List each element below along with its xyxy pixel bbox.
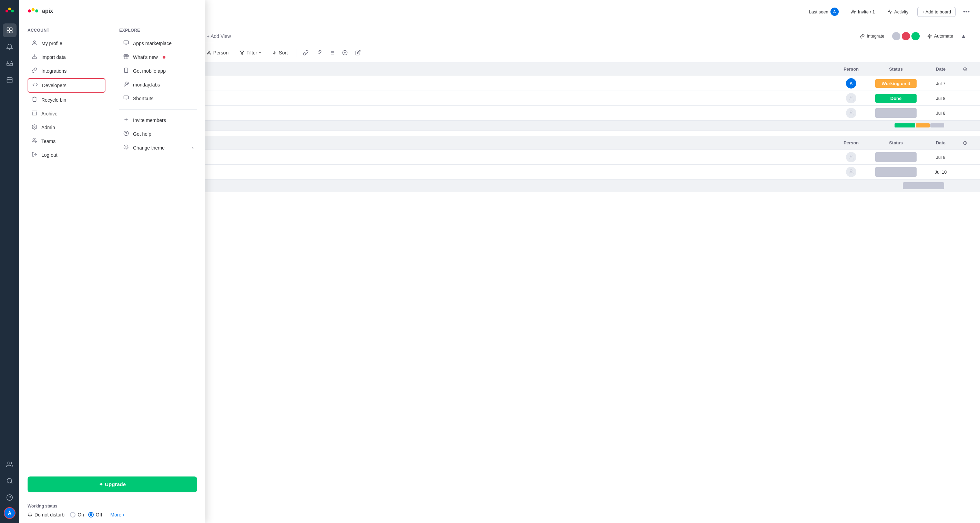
avatar-filter-1[interactable] [892,32,900,40]
row-person-1-1[interactable] [834,167,869,177]
menu-item-recycle-bin[interactable]: Recycle bin [27,93,105,107]
row-name-0-2[interactable]: ⊕ [138,108,834,118]
col-status-header: Status [869,63,923,75]
row-name-1-1[interactable]: ⊕ [138,167,834,177]
status-badge-empty[interactable] [875,152,916,162]
people-nav-icon[interactable] [3,458,16,471]
menu-item-change-theme[interactable]: Change theme › [119,141,197,154]
user-menu-icon [31,40,38,47]
status-badge-empty[interactable] [875,167,916,177]
row-date-0-2[interactable]: Jul 8 [923,111,958,116]
avatar-filter-2[interactable] [902,32,910,40]
menu-item-monday-labs[interactable]: monday.labs [119,78,197,91]
svg-point-23 [852,10,854,12]
status-badge[interactable]: Done [875,94,916,103]
row-date-1-0[interactable]: Jul 8 [923,155,958,160]
svg-rect-66 [124,96,128,99]
teams-menu-icon [31,138,38,145]
filter-toolbar-button[interactable]: Filter ▾ [235,48,265,58]
home-nav-icon[interactable] [3,24,16,37]
menu-item-developers[interactable]: Developers [27,78,105,93]
col-add-header[interactable]: ⊕ [958,62,972,76]
row-height-icon[interactable] [327,48,337,58]
menu-item-import-data[interactable]: Import data [27,51,105,64]
svg-point-15 [7,495,13,501]
radio-off[interactable]: Off [88,512,102,518]
activity-action[interactable]: Activity [884,7,912,16]
row-name-0-1[interactable]: ⊕ [138,93,834,103]
svg-rect-8 [7,78,13,83]
integrate-button[interactable]: Integrate [856,31,888,41]
sort-toolbar-button[interactable]: Sort [268,48,292,58]
invite-action[interactable]: Invite / 1 [848,7,878,16]
person-toolbar-button[interactable]: Person [202,48,232,58]
svg-point-52 [33,41,35,42]
bell-nav-icon[interactable] [3,40,16,54]
row-person-0-2[interactable] [834,108,869,118]
menu-item-archive[interactable]: Archive [27,107,105,120]
svg-point-49 [28,9,31,13]
row-status-1-1[interactable] [869,167,923,177]
more-link[interactable]: More › [110,512,124,518]
add-to-board-button[interactable]: + Add to board [917,7,956,17]
automate-button[interactable]: Automate [924,31,957,41]
calendar-nav-icon[interactable] [3,73,16,87]
board-more-icon[interactable]: ••• [961,6,972,17]
row-status-0-1[interactable]: Done [869,94,923,103]
col-add-header-1[interactable]: ⊕ [958,136,972,149]
col-person-header-1: Person [834,137,869,149]
help-nav-icon[interactable] [3,491,16,504]
import-menu-icon [31,54,38,60]
row-name-0-0[interactable]: ⊕ [138,78,834,89]
svg-line-79 [127,145,128,146]
edit-icon[interactable] [353,48,363,58]
menu-item-get-help[interactable]: Get help [119,127,197,141]
status-badge-empty[interactable] [875,108,916,118]
col-name-header: Name [138,63,834,75]
mobile-app-icon [123,68,130,75]
search-nav-icon[interactable] [3,474,16,488]
menu-divider [119,109,197,110]
row-status-0-2[interactable] [869,108,923,118]
inbox-nav-icon[interactable] [3,57,16,70]
menu-item-log-out[interactable]: Log out [27,148,105,162]
menu-item-my-profile[interactable]: My profile [27,37,105,50]
menu-item-shortcuts[interactable]: Shortcuts [119,92,197,105]
row-person-0-1[interactable] [834,93,869,103]
archive-label: Archive [41,111,57,116]
row-date-0-0[interactable]: Jul 7 [923,81,958,86]
upgrade-button[interactable]: ✦ Upgrade [27,477,197,492]
row-date-0-1[interactable]: Jul 8 [923,96,958,101]
last-seen-action[interactable]: Last seen A [805,5,842,18]
menu-item-whats-new[interactable]: What's new [119,51,197,64]
radio-on[interactable]: On [70,512,84,518]
board-description[interactable]: Add board description [124,21,972,26]
user-avatar[interactable]: A [4,507,16,519]
filter-chevron-icon: ▾ [259,51,261,54]
color-icon[interactable] [340,48,350,58]
row-status-0-0[interactable]: Working on it [869,79,923,88]
menu-item-apps-marketplace[interactable]: Apps marketplace [119,37,197,50]
svg-line-75 [127,148,128,149]
avatar-filter-3[interactable] [912,32,920,40]
menu-item-integrations[interactable]: Integrations [27,64,105,78]
collapse-header-icon[interactable]: ▲ [961,33,966,39]
app-logo[interactable] [3,4,16,18]
menu-item-invite-members[interactable]: Invite members [119,114,197,127]
table-area: Name Person Status Date ⊕ ⊕ A Wor [116,62,980,523]
row-date-1-1[interactable]: Jul 10 [923,170,958,175]
log-out-label: Log out [41,152,57,158]
row-person-1-0[interactable] [834,152,869,162]
row-name-1-0[interactable]: ⊕ [138,152,834,162]
status-badge[interactable]: Working on it [875,79,916,88]
menu-item-get-mobile-app[interactable]: Get mobile app [119,64,197,78]
add-view-button[interactable]: + Add View [201,30,236,42]
embed-icon[interactable] [313,48,324,58]
get-help-icon [123,130,130,137]
menu-item-admin[interactable]: Admin [27,121,105,134]
menu-item-teams[interactable]: Teams [27,135,105,148]
row-person-0-0[interactable]: A [834,78,869,89]
whats-new-label: What's new [133,54,158,60]
link-icon[interactable] [301,48,311,58]
row-status-1-0[interactable] [869,152,923,162]
